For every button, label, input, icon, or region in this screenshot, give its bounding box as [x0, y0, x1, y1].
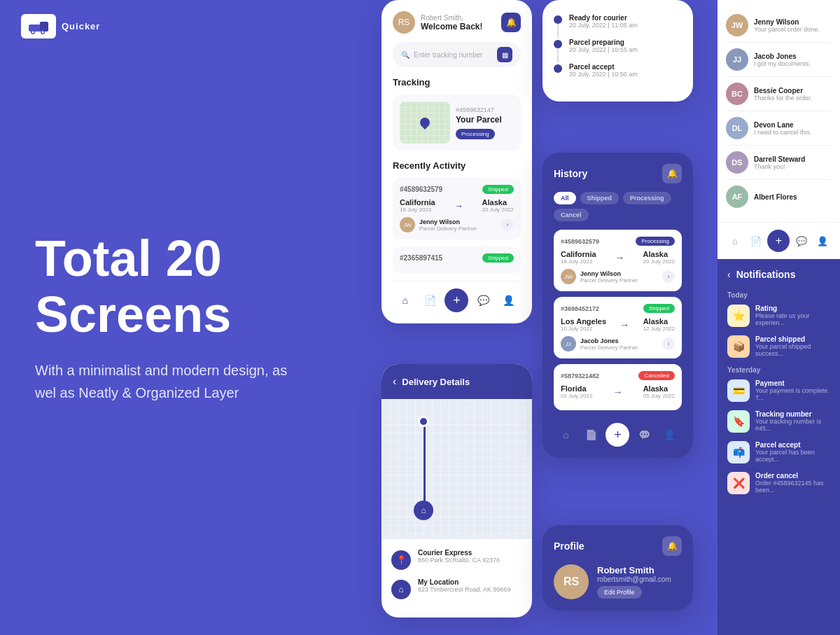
msg-item-devon[interactable]: DL Devon Lane I need to cancel this.	[726, 111, 832, 146]
history-route-3: Florida 02 July 2022 → Alaska 05 July 20…	[561, 384, 675, 399]
notif-icon-tracking: 🔖	[727, 410, 750, 433]
map-background	[382, 399, 532, 539]
history-chevron-1[interactable]: ›	[662, 270, 675, 283]
bottom-nav-messages: ⌂ 📄 + 💬 👤	[718, 222, 840, 259]
phone-profile: Profile 🔔 RS Robert Smith robertsmith@gm…	[542, 525, 693, 610]
notif-order-cancel: ❌ Order cancel Order #4589632145 has bee…	[727, 472, 830, 494]
msg-item-jenny[interactable]: JW Jenny Wilson Your parcel order done.	[726, 8, 832, 43]
yesterday-label: Yesterday	[727, 366, 830, 374]
history-avatar-1: JW	[561, 269, 576, 284]
activity-id-1: #4589632579	[400, 186, 442, 193]
timeline-item-2: Parcel preparing 20 July, 2022 | 10:55 a…	[554, 39, 682, 53]
history-nav-add[interactable]: +	[606, 423, 629, 447]
notifications-panel: ‹ Notifications Today ⭐ Rating Please ra…	[718, 259, 840, 635]
history-chevron-2[interactable]: ›	[662, 337, 675, 350]
history-partner-2: JJ Jacob Jones Parcel Delivery Partner ›	[561, 336, 675, 351]
filter-tabs: All Shipped Processing Cancel	[554, 192, 682, 221]
route-end-pin: ⌂	[414, 501, 433, 520]
delivery-partner-1: JW Jenny Wilson Parcel Delivery Partner …	[400, 217, 514, 232]
msg-avatar-bessie: BC	[726, 83, 748, 105]
notif-icon-payment: 💳	[727, 379, 750, 402]
history-title: History	[554, 168, 587, 179]
phone-main-header: RS Robert Smith, Welcome Back! 🔔	[393, 11, 521, 34]
tracking-section-title: Tracking	[393, 77, 521, 88]
my-location: ⌂ My Location 623 Timbercrest Road, AK 9…	[391, 578, 522, 599]
history-status-3: Cancelled	[638, 371, 675, 380]
back-button[interactable]: ‹	[393, 375, 396, 388]
bn-profile[interactable]: 👤	[813, 232, 832, 250]
delivery-info: 📍 Courier Express 860 Park St.Rialto, CA…	[382, 539, 532, 617]
profile-title: Profile	[554, 540, 584, 552]
arrow-icon-1: →	[454, 200, 463, 211]
bn-chat[interactable]: 💬	[792, 232, 811, 250]
notif-parcel-accept: 📫 Parcel accept Your parcel has been acc…	[727, 441, 830, 463]
msg-item-darrell[interactable]: DS Darrell Steward Thank you!	[726, 146, 832, 180]
history-nav-home[interactable]: ⌂	[556, 425, 576, 445]
notif-icon-rating: ⭐	[727, 305, 750, 327]
activity-status-2: Shipped	[482, 253, 514, 263]
history-nav-profile[interactable]: 👤	[659, 425, 679, 445]
search-icon: 🔍	[401, 51, 410, 59]
msg-avatar-jacob: JJ	[726, 48, 748, 71]
edit-profile-button[interactable]: Edit Profile	[597, 586, 642, 599]
msg-item-bessie[interactable]: BC Bessie Cooper Thanks for the order.	[726, 77, 832, 111]
tracking-card[interactable]: #4589632147 Your Parcel Processing	[393, 95, 521, 151]
history-nav-docs[interactable]: 📄	[581, 425, 601, 445]
timeline-line-2	[557, 48, 559, 62]
nav-docs[interactable]: 📄	[420, 291, 440, 310]
bn-add[interactable]: +	[767, 230, 790, 252]
history-nav-chat[interactable]: 💬	[635, 425, 654, 445]
partner-avatar-1: JW	[400, 217, 415, 232]
courier-label: Courier Express	[418, 549, 500, 557]
nav-add[interactable]: +	[444, 288, 468, 312]
bn-docs[interactable]: 📄	[747, 232, 765, 250]
history-partner-1: JW Jenny Wilson Parcel Delivery Partner …	[561, 269, 675, 284]
to-city-1: Alaska 20 July 2022	[482, 198, 514, 213]
nav-profile[interactable]: 👤	[498, 291, 518, 310]
filter-shipped[interactable]: Shipped	[580, 192, 620, 204]
activity-item-2[interactable]: #2365897415 Shipped	[393, 246, 521, 274]
search-placeholder: Enter tracking number	[414, 51, 482, 59]
greeting-text: Robert Smith,	[421, 14, 482, 22]
notif-title: Notifications	[736, 269, 796, 280]
activity-item-1[interactable]: #4589632579 Shipped California 18 July 2…	[393, 178, 521, 239]
search-bar[interactable]: 🔍 Enter tracking number ▦	[393, 42, 521, 67]
msg-avatar-darrell: DS	[726, 151, 748, 174]
location-icon-home: ⌂	[391, 580, 411, 599]
notif-back-button[interactable]: ‹	[727, 269, 731, 280]
greeting-block: Robert Smith, Welcome Back!	[421, 14, 482, 32]
courier-location: 📍 Courier Express 860 Park St.Rialto, CA…	[391, 549, 522, 570]
phone-delivery: ‹ Delivery Details ⌂ 📍 Courier Express 8…	[382, 364, 532, 617]
history-item-3[interactable]: #5879321482 Cancelled Florida 02 July 20…	[554, 364, 682, 410]
notif-payment: 💳 Payment Your payment is complete. T...	[727, 379, 830, 402]
history-bottom-nav: ⌂ 📄 + 💬 👤	[554, 416, 682, 447]
qr-button[interactable]: ▦	[497, 47, 512, 62]
filter-cancel[interactable]: Cancel	[554, 209, 589, 221]
msg-item-jacob[interactable]: JJ Jacob Jones I got my documents.	[726, 43, 832, 77]
filter-processing[interactable]: Processing	[623, 192, 671, 204]
profile-notif-btn[interactable]: 🔔	[662, 536, 682, 556]
msg-avatar-devon: DL	[726, 117, 748, 139]
msg-item-albert[interactable]: AF Albert Flores	[726, 180, 832, 214]
status-timeline: Ready for courier 20 July, 2022 | 11:05 …	[554, 11, 682, 90]
history-item-2[interactable]: #3698452172 Shipped Los Angeles 10 July …	[554, 297, 682, 358]
nav-home[interactable]: ⌂	[396, 291, 415, 310]
hero-subtitle: With a minimalist and modern design, as …	[35, 359, 301, 404]
user-avatar: RS	[393, 11, 415, 34]
notif-rating: ⭐ Rating Please rate us your experien...	[727, 305, 830, 327]
history-route-2: Los Angeles 10 July 2022 → Alaska 12 Jul…	[561, 317, 675, 332]
left-section: Total 20 Screens With a minimalist and m…	[21, 0, 357, 635]
filter-all[interactable]: All	[554, 192, 576, 204]
bn-home[interactable]: ⌂	[726, 232, 744, 250]
history-card-header-3: #5879321482 Cancelled	[561, 371, 675, 380]
profile-avatar: RS	[554, 564, 589, 599]
notification-button[interactable]: 🔔	[501, 13, 521, 32]
courier-address: 860 Park St.Rialto, CA 92376	[418, 557, 500, 564]
nav-chat[interactable]: 💬	[474, 291, 493, 310]
activity-header-2: #2365897415 Shipped	[400, 253, 514, 263]
history-notif-btn[interactable]: 🔔	[662, 164, 682, 183]
phone-main: RS Robert Smith, Welcome Back! 🔔 🔍 Enter…	[382, 0, 532, 323]
history-item-1[interactable]: #4589632579 Processing California 18 Jul…	[554, 230, 682, 291]
hero-title: Total 20 Screens	[35, 231, 343, 342]
chevron-btn-1[interactable]: ›	[501, 218, 514, 231]
